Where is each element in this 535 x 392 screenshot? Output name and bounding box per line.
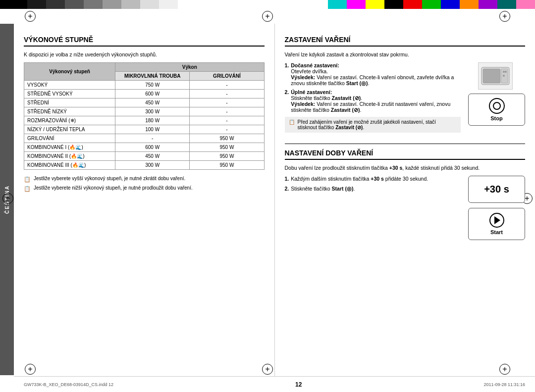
row-mw: 750 W (115, 81, 190, 90)
table-row: STŘEDNĚ NÍZKÝ300 W- (24, 107, 265, 116)
colorbar-black4 (65, 0, 84, 9)
row-mw: 600 W (115, 90, 190, 98)
note1-text: Jestliže vyberete vyšší výkonový stupeň,… (34, 176, 185, 181)
row-grill: - (190, 116, 264, 125)
microwave-svg (481, 65, 510, 87)
left-intro: K dispozici je volba z níže uvedených vý… (24, 51, 265, 57)
row-grill: - (190, 90, 264, 98)
colorbar-cyan (328, 0, 347, 9)
result1-label: Výsledek: (291, 74, 315, 80)
step3-content: Každým dalším stisknutím tlačítka +30 s … (291, 176, 428, 182)
microwave-image (478, 62, 513, 90)
colorbar-teal (497, 0, 516, 9)
row-name: KOMBINOVANÉ II (🔥🌊) (24, 152, 115, 161)
colorbar-blue (441, 0, 460, 9)
row-name: NÍZKÝ / UDRŽENÍ TEPLA (24, 125, 115, 134)
reg-mark-top-center (262, 11, 273, 22)
row-mw: 180 W (115, 116, 190, 125)
step1: 1. Dočasné zastavení: Otevřete dvířka. V… (285, 62, 461, 86)
step4-num: 2. (285, 186, 289, 192)
plus30-steps: 1. Každým dalším stisknutím tlačítka +30… (285, 176, 461, 240)
right-title1: ZASTAVENÍ VAŘENÍ (285, 36, 526, 47)
note2: 📋 Jestliže vyberete nižší výkonový stupe… (24, 185, 265, 192)
footer: GW733K-B_XEO_DE68-03914D_CS.indd 12 12 2… (14, 376, 535, 392)
colorbar-orange (460, 0, 479, 9)
result2-text: Vaření se zastaví. Chcete-li zrušit nast… (291, 101, 450, 113)
note2-icon: 📋 (24, 186, 31, 192)
right-section: ZASTAVENÍ VAŘENÍ Vaření lze kdykoli zast… (275, 24, 535, 376)
table-row: KOMBINOVANÉ I (🔥🌊)600 W950 W (24, 143, 265, 152)
colorbar-black3 (46, 0, 65, 9)
table-row: KOMBINOVANÉ II (🔥🌊)450 W950 W (24, 152, 265, 161)
stop-steps: 1. Dočasné zastavení: Otevřete dvířka. V… (285, 62, 461, 137)
row-name: KOMBINOVANÉ III (🔥🌊) (24, 161, 115, 170)
colorbar-key (384, 0, 403, 9)
right-title2: NASTAVENÍ DOBY VAŘENÍ (285, 149, 526, 160)
row-mw: 450 W (115, 98, 190, 107)
info-box: 📋 Před zahájením vaření je možné zrušit … (285, 117, 461, 133)
plus30-button-box[interactable]: +30 s (468, 176, 525, 203)
table-row: STŘEDNÍ450 W- (24, 98, 265, 107)
right-intro2: Dobu vaření lze prodloužit stisknutím tl… (285, 165, 526, 171)
table-row: NÍZKÝ / UDRŽENÍ TEPLA100 W- (24, 125, 265, 134)
step1-text: Otevřete dvířka. (291, 68, 328, 74)
reg-mark-bottom-left (25, 364, 36, 375)
result1-text: Vaření se zastaví. Chcete-li vaření obno… (291, 74, 454, 86)
step1-content: Dočasné zastavení: Otevřete dvířka. Výsl… (291, 62, 461, 86)
left-title: VÝKONOVÉ STUPNĚ (24, 36, 265, 47)
table-header-mw: MIKROVLNNÁ TROUBA (115, 72, 190, 81)
row-mw: - (115, 134, 190, 143)
row-mw: 100 W (115, 125, 190, 134)
colorbar-black5 (84, 0, 103, 9)
step3-num: 1. (285, 176, 289, 182)
table-row: STŘEDNĚ VYSOKÝ600 W- (24, 90, 265, 98)
start-button-box[interactable]: Start (468, 208, 525, 240)
svg-rect-1 (483, 69, 500, 83)
reg-mark-bottom-center (262, 364, 273, 375)
footer-right: 2011-09-28 11:31:16 (483, 382, 525, 387)
step2-label: Úplné zastavení: (291, 89, 332, 95)
start-label: Start (490, 229, 503, 235)
colorbar-purple (479, 0, 497, 9)
colorbar-white (159, 0, 178, 9)
left-section: VÝKONOVÉ STUPNĚ K dispozici je volba z n… (14, 24, 275, 376)
colorbar-magenta (347, 0, 366, 9)
note1-icon: 📋 (24, 176, 31, 183)
row-grill: - (190, 107, 264, 116)
row-name: GRILOVÁNÍ (24, 134, 115, 143)
power-table: Výkonový stupeň Výkon MIKROVLNNÁ TROUBA … (24, 62, 265, 170)
row-name: KOMBINOVANÉ I (🔥🌊) (24, 143, 115, 152)
main-content: VÝKONOVÉ STUPNĚ K dispozici je volba z n… (14, 24, 535, 376)
note1: 📋 Jestliže vyberete vyšší výkonový stupe… (24, 176, 265, 183)
table-header-col: Výkonový stupeň (24, 63, 115, 81)
row-name: ROZMRAZOVÁNÍ (❄) (24, 116, 115, 125)
result2-label: Výsledek: (291, 101, 315, 107)
row-name: STŘEDNĚ NÍZKÝ (24, 107, 115, 116)
reg-mark-top-left (25, 11, 36, 22)
row-mw: 450 W (115, 152, 190, 161)
step2: 2. Úplné zastavení: Stiskněte tlačítko Z… (285, 89, 461, 113)
start-icon (489, 213, 504, 228)
colorbar-black8 (140, 0, 159, 9)
row-mw: 300 W (115, 107, 190, 116)
stop-button-box[interactable]: Stop (468, 94, 525, 126)
plus30-label: +30 s (484, 184, 509, 195)
row-grill: - (190, 125, 264, 134)
step2-content: Úplné zastavení: Stiskněte tlačítko Zast… (291, 89, 461, 113)
svg-point-3 (503, 71, 505, 73)
info-text: Před zahájením vaření je možné zrušit ja… (298, 119, 457, 130)
table-row: ROZMRAZOVÁNÍ (❄)180 W- (24, 116, 265, 125)
step3: 1. Každým dalším stisknutím tlačítka +30… (285, 176, 461, 182)
start-icon-arrow (494, 216, 500, 224)
row-grill: 950 W (190, 161, 264, 170)
table-header-grill: GRILOVÁNÍ (190, 72, 264, 81)
table-row: GRILOVÁNÍ-950 W (24, 134, 265, 143)
svg-point-4 (505, 71, 507, 73)
stop-button-area: Stop (466, 62, 525, 137)
step4: 2. Stiskněte tlačítko Start (◎). (285, 186, 461, 192)
table-row: KOMBINOVANÉ III (🔥🌊)300 W950 W (24, 161, 265, 170)
colorbar-red (403, 0, 422, 9)
footer-center: 12 (295, 381, 302, 388)
colorbar-black1 (0, 0, 27, 9)
stop-section-layout: 1. Dočasné zastavení: Otevřete dvířka. V… (285, 62, 526, 137)
